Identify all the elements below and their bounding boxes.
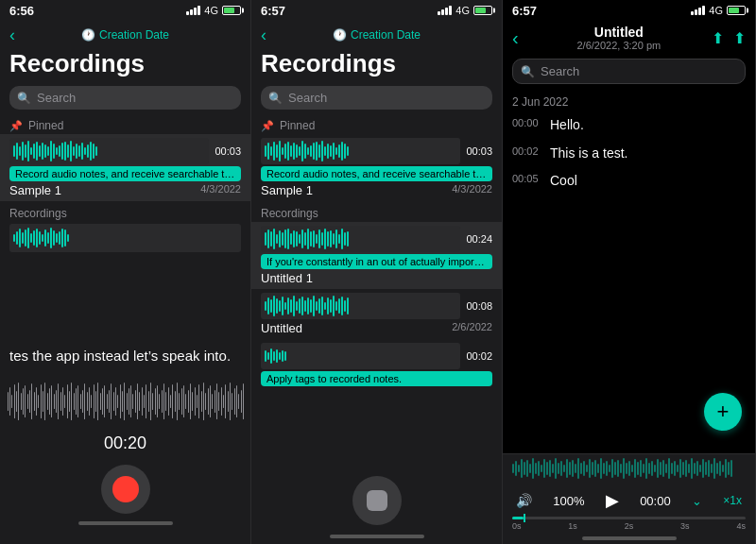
- status-icons-1: 4G: [186, 5, 241, 16]
- transcript-ts-0: 00:00: [512, 116, 541, 128]
- waveform-1: [261, 293, 460, 319]
- player-controls: 🔊 100% ▶ 00:00 ⌄ ×1x: [503, 483, 755, 515]
- page-title-2: Recordings: [251, 47, 502, 82]
- battery-icon-2: [473, 6, 492, 15]
- playing-waveform-1: [9, 224, 241, 252]
- panel-detail: 6:57 4G ‹ Untitled 2/6/2022, 3:20 pm ⬆ ⬆: [503, 0, 756, 544]
- list-item-1[interactable]: 00:08 Untitled 2/6/2022: [251, 289, 502, 339]
- recordings-section-1: Recordings: [0, 201, 250, 222]
- sort-control-2[interactable]: 🕐 Creation Date: [333, 28, 421, 42]
- transcript-bar-pinned-1: Record audio notes, and receive searchab…: [9, 166, 241, 181]
- record-button-1[interactable]: [101, 465, 150, 514]
- nav-bar-2: ‹ 🕐 Creation Date: [251, 21, 502, 47]
- timeline[interactable]: 0s 1s 2s 3s 4s: [503, 515, 755, 533]
- item-time-0: 00:24: [466, 233, 492, 245]
- list-item-2[interactable]: 00:02 Apply tags to recorded notes.: [251, 339, 502, 392]
- recording-date-1: 2/6/2022: [452, 321, 492, 335]
- timer-display-1: 00:20: [0, 430, 250, 457]
- volume-icon[interactable]: 🔊: [516, 493, 532, 508]
- home-indicator-1: [78, 521, 173, 525]
- volume-percent: 100%: [553, 494, 584, 508]
- timeline-label-3: 3s: [680, 521, 690, 531]
- upload-icon[interactable]: ⬆: [712, 29, 724, 47]
- transcript-ts-1: 00:02: [512, 144, 541, 157]
- record-btn-row-1: [0, 457, 250, 518]
- timeline-label-2: 2s: [625, 521, 634, 531]
- home-indicator-3: [582, 536, 677, 540]
- status-time-1: 6:56: [9, 4, 34, 18]
- recordings-label-1: Recordings: [9, 207, 67, 220]
- recording-name-1: Untitled: [261, 321, 302, 335]
- timeline-cursor: [524, 514, 525, 522]
- item-time-2: 00:02: [466, 350, 492, 362]
- search-bar-2[interactable]: 🔍 Search: [261, 86, 492, 110]
- sort-control-1[interactable]: 🕐 Creation Date: [81, 28, 169, 42]
- item-time-pinned-1: 00:03: [215, 145, 241, 157]
- status-icons-2: 4G: [438, 5, 492, 16]
- big-waveform-1: [0, 373, 250, 430]
- playback-speed[interactable]: ×1x: [723, 494, 742, 507]
- timeline-progress: [512, 517, 524, 519]
- signal-icon-1: [186, 6, 200, 15]
- waveform-pinned-1: [9, 138, 209, 164]
- transcript-line-2: 00:05 Cool: [512, 172, 746, 191]
- sort-label-1: Creation Date: [99, 28, 169, 42]
- recording-meta-1: Untitled 2/6/2022: [261, 321, 492, 335]
- waveform-pinned-2: [261, 138, 460, 164]
- sort-label-2: Creation Date: [351, 28, 421, 42]
- back-button-1[interactable]: ‹: [9, 26, 15, 45]
- recording-date-pinned-2: 4/3/2022: [452, 183, 492, 197]
- recording-date-pinned-1: 4/3/2022: [200, 183, 241, 197]
- detail-search-bar[interactable]: 🔍 Search: [512, 59, 746, 84]
- nav-bar-1: ‹ 🕐 Creation Date: [0, 21, 250, 47]
- transcript-text-2: Cool: [550, 172, 577, 191]
- signal-icon-3: [691, 6, 705, 15]
- search-input-3[interactable]: Search: [541, 64, 579, 78]
- search-input-2[interactable]: Search: [288, 91, 327, 105]
- recording-name-pinned-2: Sample 1: [261, 183, 313, 197]
- list-item-0[interactable]: 00:24 If you're constantly in an out of …: [251, 222, 502, 289]
- status-time-3: 6:57: [512, 4, 537, 18]
- transcript-text-1: tes the app instead let’s speak into.: [0, 338, 250, 373]
- pinned-label-2: Pinned: [280, 119, 315, 132]
- recording-meta-pinned-1: Sample 1 4/3/2022: [9, 183, 241, 197]
- item-time-1: 00:08: [466, 300, 492, 312]
- record-button-2[interactable]: [352, 476, 402, 525]
- transcript-bar-0: If you're constantly in an out of actual…: [261, 254, 492, 269]
- detail-nav: ‹ Untitled 2/6/2022, 3:20 pm ⬆ ⬆: [503, 21, 755, 55]
- status-bar-3: 6:57 4G: [503, 0, 755, 21]
- back-button-3[interactable]: ‹: [512, 27, 519, 49]
- fab-button[interactable]: +: [704, 393, 742, 431]
- pinned-section-2: 📌 Pinned: [251, 113, 502, 134]
- detail-title-block: Untitled 2/6/2022, 3:20 pm: [526, 25, 712, 51]
- status-time-2: 6:57: [261, 4, 285, 18]
- network-type-2: 4G: [455, 5, 470, 16]
- back-button-2[interactable]: ‹: [261, 26, 266, 45]
- pinned-item-1[interactable]: 00:03 Record audio notes, and receive se…: [0, 134, 250, 201]
- home-indicator-2: [330, 535, 424, 538]
- pinned-item-2[interactable]: 00:03 Record audio notes, and receive se…: [251, 134, 502, 201]
- search-input-1[interactable]: Search: [37, 91, 76, 105]
- page-title-1: Recordings: [0, 47, 250, 82]
- record-btn-inner-1: [112, 476, 139, 502]
- search-bar-1[interactable]: 🔍 Search: [9, 86, 241, 110]
- recording-name-pinned-1: Sample 1: [9, 183, 61, 197]
- play-button[interactable]: ▶: [606, 490, 619, 511]
- transcript-text-1: This is a test.: [550, 144, 627, 163]
- status-icons-3: 4G: [691, 5, 746, 16]
- player-time: 00:00: [640, 494, 671, 508]
- transcript-bar-pinned-2: Record audio notes, and receive searchab…: [261, 166, 492, 181]
- detail-title: Untitled: [526, 25, 712, 40]
- recording-playing-1[interactable]: [0, 222, 250, 256]
- expand-icon[interactable]: ⌄: [692, 494, 702, 508]
- search-icon-2: 🔍: [268, 92, 283, 105]
- share-icon[interactable]: ⬆: [733, 29, 746, 47]
- timeline-track[interactable]: [512, 517, 746, 519]
- panel-recordings-list: 6:57 4G ‹ 🕐 Creation Date Recordings 🔍 S…: [251, 0, 503, 544]
- timeline-label-0: 0s: [512, 521, 522, 531]
- battery-icon-1: [222, 6, 241, 15]
- waveform-0: [261, 226, 460, 252]
- transcript-line-1: 00:02 This is a test.: [512, 144, 746, 163]
- recording-meta-pinned-2: Sample 1 4/3/2022: [261, 183, 492, 197]
- timeline-labels: 0s 1s 2s 3s 4s: [512, 521, 746, 531]
